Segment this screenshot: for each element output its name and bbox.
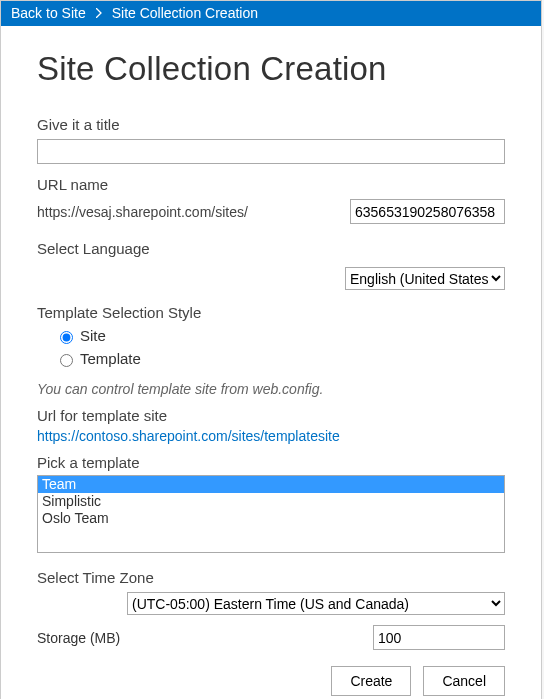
list-item[interactable]: Simplistic <box>38 493 504 510</box>
storage-label: Storage (MB) <box>37 630 120 646</box>
page-title: Site Collection Creation <box>37 50 505 88</box>
url-label: URL name <box>37 176 505 193</box>
url-base-text: https://vesaj.sharepoint.com/sites/ <box>37 204 248 220</box>
title-label: Give it a title <box>37 116 505 133</box>
breadcrumb-back-link[interactable]: Back to Site <box>11 5 86 21</box>
radio-site[interactable] <box>60 331 73 344</box>
language-row: English (United States) <box>37 267 505 290</box>
timezone-label: Select Time Zone <box>37 569 505 586</box>
radio-template-label: Template <box>80 350 141 367</box>
button-row: Create Cancel <box>37 666 505 696</box>
list-item[interactable]: Team <box>38 476 504 493</box>
content-area: Site Collection Creation Give it a title… <box>1 26 541 699</box>
breadcrumb: Back to Site Site Collection Creation <box>1 1 541 26</box>
template-style-label: Template Selection Style <box>37 304 505 321</box>
language-select[interactable]: English (United States) <box>345 267 505 290</box>
list-item[interactable]: Oslo Team <box>38 510 504 527</box>
breadcrumb-current: Site Collection Creation <box>112 5 258 21</box>
storage-input[interactable] <box>373 625 505 650</box>
template-style-radio-group: Site Template <box>37 327 505 367</box>
template-listbox[interactable]: Team Simplistic Oslo Team <box>37 475 505 553</box>
radio-site-label: Site <box>80 327 106 344</box>
timezone-row: (UTC-05:00) Eastern Time (US and Canada) <box>37 592 505 615</box>
pick-template-label: Pick a template <box>37 454 505 471</box>
template-hint: You can control template site from web.c… <box>37 381 505 397</box>
timezone-select[interactable]: (UTC-05:00) Eastern Time (US and Canada) <box>127 592 505 615</box>
title-input[interactable] <box>37 139 505 164</box>
radio-template[interactable] <box>60 354 73 367</box>
url-id-input[interactable] <box>350 199 505 224</box>
storage-row: Storage (MB) <box>37 625 505 650</box>
url-row: https://vesaj.sharepoint.com/sites/ <box>37 199 505 224</box>
cancel-button[interactable]: Cancel <box>423 666 505 696</box>
create-button[interactable]: Create <box>331 666 411 696</box>
template-url-label: Url for template site <box>37 407 505 424</box>
page-container: Back to Site Site Collection Creation Si… <box>0 0 542 699</box>
language-label: Select Language <box>37 240 505 257</box>
template-url-link[interactable]: https://contoso.sharepoint.com/sites/tem… <box>37 428 340 444</box>
chevron-right-icon <box>96 8 102 18</box>
